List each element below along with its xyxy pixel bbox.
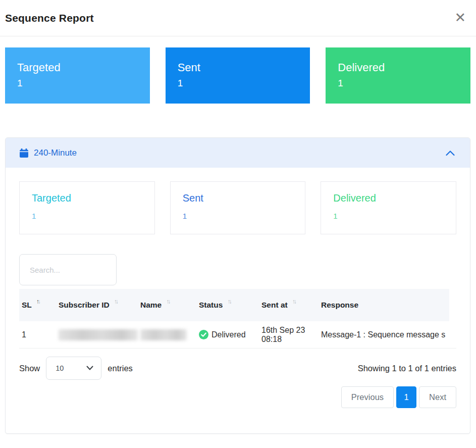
table-header-row: SL ↑↓ Subscriber ID ↑↓ Name ↑↓ Status ↑↓… — [19, 289, 449, 321]
show-label: Show — [19, 364, 40, 373]
inner-card-sent: Sent 1 — [170, 181, 306, 234]
column-header-sent-at[interactable]: Sent at ↑↓ — [259, 301, 319, 310]
previous-page-button[interactable]: Previous — [341, 386, 394, 408]
cell-status: Delivered — [196, 330, 259, 339]
column-label: SL — [22, 301, 32, 310]
cell-name — [138, 329, 196, 340]
panel-collapse-header[interactable]: 240-Minute — [6, 138, 470, 168]
check-circle-icon — [199, 330, 208, 339]
column-label: Response — [321, 301, 358, 310]
current-page-button[interactable]: 1 — [396, 386, 416, 408]
showing-entries-text: Showing 1 to 1 of 1 entries — [358, 364, 456, 373]
sort-icon: ↑↓ — [166, 298, 169, 305]
card-label: Targeted — [32, 192, 142, 204]
column-header-subscriber-id[interactable]: Subscriber ID ↑↓ — [56, 301, 138, 310]
column-header-name[interactable]: Name ↑↓ — [138, 301, 196, 310]
summary-card-targeted: Targeted 1 — [5, 47, 150, 104]
card-value: 1 — [32, 212, 142, 220]
summary-cards-row: Targeted 1 Sent 1 Delivered 1 — [5, 47, 470, 104]
card-value: 1 — [333, 212, 444, 220]
card-value: 1 — [17, 78, 138, 89]
redacted-subscriber-id — [59, 329, 138, 340]
cell-sl: 1 — [19, 330, 56, 339]
card-label: Delivered — [338, 61, 458, 74]
entries-label: entries — [108, 364, 133, 373]
calendar-icon — [20, 148, 28, 158]
card-label: Delivered — [333, 192, 444, 204]
table-row: 1 Delivered 16th Sep 23 08:18 Message-1 … — [19, 321, 456, 349]
page-size-group: Show 10 entries — [19, 357, 133, 380]
page-size-wrap: 10 — [46, 357, 101, 380]
summary-card-sent: Sent 1 — [166, 47, 310, 104]
sort-icon: ↑↓ — [227, 298, 230, 305]
modal-header: Sequence Report ✕ — [0, 0, 476, 36]
column-label: Status — [199, 301, 223, 310]
sort-icon: ↑↓ — [114, 298, 117, 305]
chevron-up-icon — [446, 150, 455, 156]
card-label: Targeted — [17, 61, 138, 74]
column-label: Subscriber ID — [59, 301, 110, 310]
sequence-panel: 240-Minute Targeted 1 Sent 1 Delivered 1 — [5, 137, 470, 434]
search-input[interactable] — [19, 254, 117, 285]
column-header-sl[interactable]: SL ↑↓ — [19, 301, 56, 310]
sort-icon: ↑↓ — [36, 298, 39, 305]
summary-card-delivered: Delivered 1 — [326, 47, 470, 104]
inner-cards-row: Targeted 1 Sent 1 Delivered 1 — [19, 181, 456, 234]
column-label: Sent at — [261, 301, 288, 310]
cell-response: Message-1 : Sequence message s — [319, 330, 456, 339]
next-page-button[interactable]: Next — [419, 386, 456, 408]
page-title: Sequence Report — [5, 12, 94, 24]
sort-icon: ↑↓ — [292, 298, 295, 305]
panel-body: Targeted 1 Sent 1 Delivered 1 SL ↑↓ — [6, 168, 470, 433]
inner-card-delivered: Delivered 1 — [321, 181, 456, 234]
card-value: 1 — [183, 212, 293, 220]
cell-sent-at: 16th Sep 23 08:18 — [259, 326, 319, 344]
cell-subscriber-id — [56, 329, 138, 340]
close-icon[interactable]: ✕ — [451, 11, 469, 25]
card-label: Sent — [178, 61, 298, 74]
report-table: SL ↑↓ Subscriber ID ↑↓ Name ↑↓ Status ↑↓… — [19, 289, 456, 349]
column-label: Name — [140, 301, 162, 310]
table-footer: Show 10 entries Showing 1 to 1 of 1 entr… — [19, 357, 456, 380]
inner-card-targeted: Targeted 1 — [19, 181, 155, 234]
redacted-name — [140, 329, 187, 340]
card-value: 1 — [178, 78, 298, 89]
search-row — [19, 254, 456, 285]
column-header-response[interactable]: Response — [319, 301, 449, 310]
pagination: Previous 1 Next — [19, 386, 456, 408]
page-size-select[interactable]: 10 — [46, 357, 101, 380]
card-value: 1 — [338, 78, 458, 89]
column-header-status[interactable]: Status ↑↓ — [196, 301, 259, 310]
card-label: Sent — [183, 192, 293, 204]
panel-title: 240-Minute — [34, 148, 446, 158]
status-badge: Delivered — [211, 330, 246, 339]
